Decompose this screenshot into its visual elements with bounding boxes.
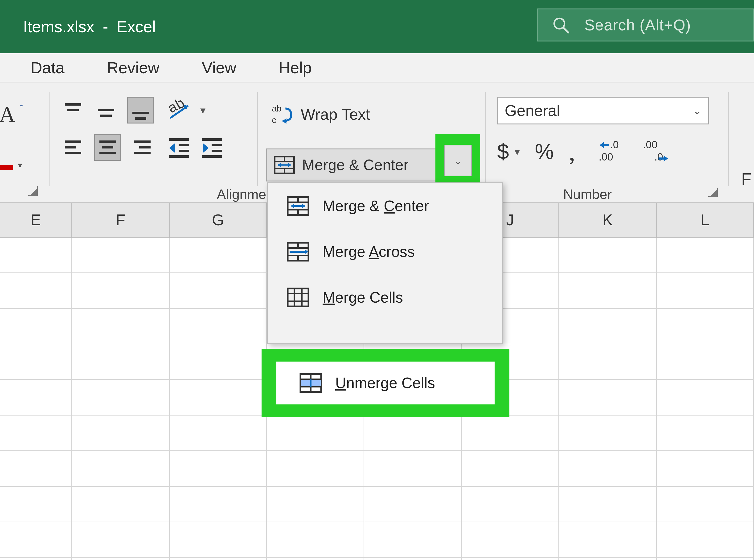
cell[interactable] (170, 380, 267, 415)
cell[interactable] (0, 238, 72, 273)
cell[interactable] (267, 487, 364, 522)
cell[interactable] (72, 558, 169, 560)
cell[interactable] (364, 451, 462, 486)
cell[interactable] (72, 344, 169, 379)
column-header-L[interactable]: L (657, 203, 754, 237)
cell[interactable] (657, 558, 754, 560)
cell[interactable] (72, 309, 169, 344)
cell[interactable] (364, 416, 462, 451)
cell[interactable] (170, 344, 267, 379)
cell[interactable] (0, 273, 72, 308)
chevron-down-icon[interactable]: ▾ (200, 104, 205, 116)
number-format-select[interactable]: General ⌄ (497, 97, 709, 124)
column-header-E[interactable]: E (0, 203, 72, 237)
cell[interactable] (657, 416, 754, 451)
cell[interactable] (72, 487, 169, 522)
cell[interactable] (0, 451, 72, 486)
cell[interactable] (0, 487, 72, 522)
wrap-text-button[interactable]: ab c Wrap Text (271, 104, 370, 125)
cell[interactable] (170, 451, 267, 486)
cell[interactable] (657, 380, 754, 415)
align-center-button[interactable] (94, 134, 121, 161)
merge-center-dropdown-button[interactable]: ⌄ (444, 145, 472, 176)
cell[interactable] (657, 273, 754, 308)
menu-item-merge-cells[interactable]: Merge Cells (268, 275, 502, 320)
cell[interactable] (559, 558, 656, 560)
font-color-button[interactable]: ▾ (0, 151, 24, 170)
search-box[interactable]: Search (Alt+Q) (537, 8, 754, 41)
cell[interactable] (170, 522, 267, 557)
cell[interactable] (0, 522, 72, 557)
tab-help[interactable]: Help (279, 58, 312, 77)
font-size-button[interactable]: Aˇ (0, 101, 30, 127)
cell[interactable] (657, 238, 754, 273)
cell[interactable] (0, 380, 72, 415)
cell[interactable] (364, 558, 462, 560)
percent-format-button[interactable]: % (535, 140, 554, 164)
cell[interactable] (559, 487, 656, 522)
increase-indent-button[interactable] (200, 137, 224, 158)
cell[interactable] (462, 522, 559, 557)
cell[interactable] (559, 380, 656, 415)
cell[interactable] (72, 451, 169, 486)
cell[interactable] (0, 558, 72, 560)
cell[interactable] (462, 558, 559, 560)
align-left-button[interactable] (61, 136, 85, 159)
cell[interactable] (170, 238, 267, 273)
cell[interactable] (0, 309, 72, 344)
cell[interactable] (170, 558, 267, 560)
comma-format-button[interactable]: , (569, 137, 575, 167)
decrease-decimal-button[interactable]: .00 .0 (642, 139, 671, 165)
cell[interactable] (559, 238, 656, 273)
cell[interactable] (267, 522, 364, 557)
cell[interactable] (72, 380, 169, 415)
number-group-dialog-launcher[interactable] (708, 187, 718, 197)
align-middle-button[interactable] (94, 98, 118, 122)
cell[interactable] (559, 416, 656, 451)
cell[interactable] (559, 273, 656, 308)
cell[interactable] (72, 522, 169, 557)
decrease-indent-button[interactable] (167, 137, 191, 158)
cell[interactable] (72, 416, 169, 451)
cell[interactable] (657, 309, 754, 344)
tab-data[interactable]: Data (30, 58, 65, 77)
cell[interactable] (72, 273, 169, 308)
cell[interactable] (170, 309, 267, 344)
cell[interactable] (559, 522, 656, 557)
column-header-G[interactable]: G (170, 203, 267, 237)
accounting-format-button[interactable]: $ ▾ (497, 140, 520, 164)
increase-decimal-button[interactable]: .0 .00 (597, 139, 627, 165)
cell[interactable] (0, 416, 72, 451)
cell[interactable] (559, 451, 656, 486)
tab-review[interactable]: Review (107, 58, 160, 77)
orientation-button[interactable]: a b (167, 98, 191, 122)
cell[interactable] (462, 487, 559, 522)
align-bottom-button[interactable] (127, 97, 154, 123)
menu-item-merge-center[interactable]: Merge & Center (268, 183, 502, 229)
merge-center-main[interactable]: Merge & Center (267, 155, 444, 175)
cell[interactable] (657, 522, 754, 557)
cell[interactable] (267, 558, 364, 560)
column-header-F[interactable]: F (72, 203, 169, 237)
cell[interactable] (559, 309, 656, 344)
cell[interactable] (462, 451, 559, 486)
cell[interactable] (170, 416, 267, 451)
merge-center-button[interactable]: Merge & Center (266, 148, 444, 181)
cell[interactable] (559, 344, 656, 379)
cell[interactable] (267, 451, 364, 486)
cell[interactable] (657, 487, 754, 522)
tab-view[interactable]: View (202, 58, 236, 77)
font-group-dialog-launcher[interactable] (28, 186, 38, 196)
column-header-K[interactable]: K (559, 203, 656, 237)
cell[interactable] (72, 238, 169, 273)
cell[interactable] (657, 344, 754, 379)
cell[interactable] (657, 451, 754, 486)
cell[interactable] (170, 487, 267, 522)
menu-item-merge-across[interactable]: Merge Across (268, 229, 502, 275)
align-top-button[interactable] (61, 98, 85, 122)
cell[interactable] (462, 416, 559, 451)
cell[interactable] (0, 344, 72, 379)
cell[interactable] (364, 522, 462, 557)
cell[interactable] (267, 416, 364, 451)
cell[interactable] (170, 273, 267, 308)
